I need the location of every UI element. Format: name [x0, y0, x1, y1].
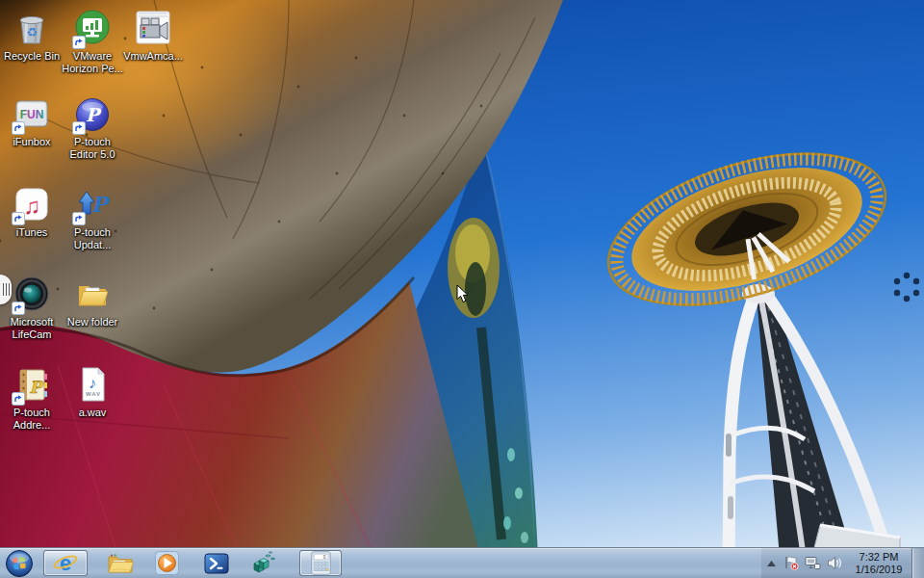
desktop-icon-ptouch-update[interactable]: P P-touch Updat...	[61, 185, 124, 251]
media-player-icon	[154, 550, 180, 576]
chevron-up-icon	[767, 561, 776, 566]
lifecam-icon	[13, 275, 51, 313]
registry-cubes-icon	[250, 550, 276, 576]
clock-time: 7:32 PM	[849, 551, 909, 564]
taskbar: e	[0, 547, 924, 578]
shortcut-arrow-icon	[12, 212, 25, 225]
network-icon	[805, 556, 821, 570]
taskbar-clock[interactable]: 7:32 PM 1/16/2019	[849, 551, 909, 576]
taskbar-explorer-button[interactable]	[101, 550, 140, 577]
shortcut-arrow-icon	[72, 36, 86, 49]
powershell-icon	[204, 552, 229, 575]
svg-text:♫: ♫	[23, 193, 40, 219]
desktop-icon-recycle-bin[interactable]: ♻ Recycle Bin	[0, 9, 64, 63]
recycle-bin-icon: ♻	[13, 9, 51, 47]
speaker-icon	[827, 556, 843, 570]
desktop-icon-ptouch-editor[interactable]: P P-touch Editor 5.0	[61, 94, 124, 161]
six-dots-icon	[890, 269, 923, 305]
volume-button[interactable]	[824, 548, 846, 578]
vmware-horizon-icon	[73, 9, 112, 47]
taskbar-powershell-button[interactable]	[197, 550, 236, 577]
desktop-icon-ptouch-address[interactable]: P P-touch Addre...	[0, 365, 64, 432]
icon-label: VMware Horizon Pe...	[61, 50, 124, 75]
icon-label: Microsoft LifeCam	[0, 316, 64, 341]
shortcut-arrow-icon	[72, 121, 86, 135]
svg-text:♻: ♻	[26, 25, 38, 39]
network-button[interactable]	[802, 548, 824, 578]
svg-text:FUN: FUN	[20, 108, 44, 121]
desktop-icon-vmwamca[interactable]: VmwAmca...	[121, 9, 185, 63]
desktop-icon-ifunbox[interactable]: FUN iFunbox	[0, 94, 64, 148]
clock-date: 1/16/2019	[849, 564, 909, 576]
show-desktop-button[interactable]	[911, 548, 924, 578]
desktop-icon-itunes[interactable]: ♫ iTunes	[0, 185, 64, 239]
shortcut-arrow-icon	[12, 392, 25, 406]
desktop-icon-new-folder[interactable]: New folder	[61, 275, 124, 328]
flag-icon	[783, 556, 799, 570]
icon-label: a.wav	[61, 407, 124, 419]
icon-label: Recycle Bin	[0, 50, 64, 63]
svg-text:e: e	[60, 551, 71, 575]
shortcut-arrow-icon	[12, 302, 25, 315]
video-camera-icon	[134, 9, 172, 47]
start-button[interactable]	[3, 549, 36, 578]
folder-icon	[73, 275, 112, 313]
taskbar-calculator-button[interactable]: 0	[299, 550, 342, 576]
desktop-icon-vmware-horizon[interactable]: VMware Horizon Pe...	[61, 9, 124, 75]
icon-label: iFunbox	[0, 136, 64, 148]
taskbar-internet-explorer-button[interactable]: e	[43, 550, 88, 576]
system-tray: 7:32 PM 1/16/2019	[761, 548, 924, 578]
itunes-icon: ♫	[13, 185, 51, 223]
desktop-icon-a-wav[interactable]: ♪ WAV a.wav	[61, 365, 124, 419]
icon-label: P-touch Addre...	[0, 407, 64, 432]
svg-text:0: 0	[322, 554, 325, 560]
grip-lines-icon	[3, 283, 10, 296]
dots-drag-handle[interactable]	[890, 269, 923, 305]
icon-label: iTunes	[0, 226, 64, 239]
address-book-icon: P	[13, 365, 51, 404]
shortcut-arrow-icon	[72, 212, 86, 225]
folder-icon	[107, 552, 134, 575]
ptouch-editor-icon: P	[73, 94, 112, 133]
mouse-cursor	[456, 284, 469, 303]
windows-orb-icon	[5, 549, 34, 578]
shortcut-arrow-icon	[12, 121, 25, 135]
action-center-button[interactable]	[781, 548, 802, 578]
calculator-icon: 0	[311, 551, 331, 575]
icon-label: P-touch Updat...	[61, 226, 124, 251]
svg-text:P: P	[91, 192, 111, 217]
taskbar-media-player-button[interactable]	[147, 550, 186, 577]
svg-text:P: P	[30, 378, 44, 397]
internet-explorer-icon: e	[53, 551, 78, 576]
taskbar-registry-editor-button[interactable]	[244, 550, 282, 577]
icon-label: P-touch Editor 5.0	[61, 136, 124, 161]
ptouch-update-icon: P	[73, 185, 112, 223]
svg-text:WAV: WAV	[86, 391, 101, 397]
icon-label: New folder	[61, 316, 124, 328]
svg-text:♪: ♪	[89, 375, 96, 391]
wav-file-icon: ♪ WAV	[73, 365, 112, 404]
ifunbox-icon: FUN	[13, 94, 51, 133]
show-hidden-icons-button[interactable]	[761, 548, 781, 578]
icon-label: VmwAmca...	[121, 50, 185, 63]
